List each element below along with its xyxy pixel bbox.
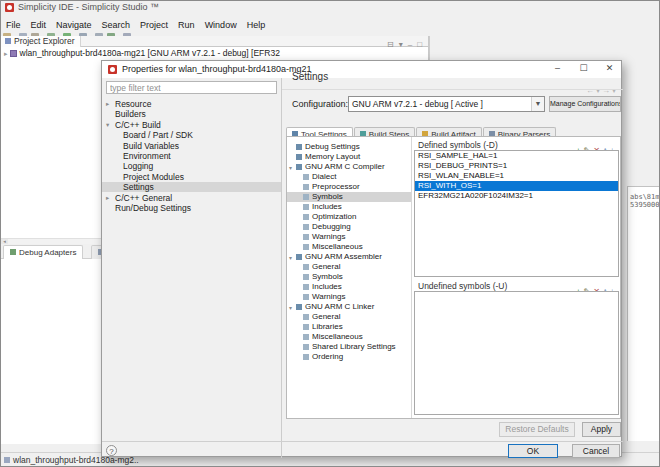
configuration-select[interactable]: GNU ARM v7.2.1 - debug [ Active ]▼: [348, 96, 545, 112]
manage-configurations-button[interactable]: Manage Configurations...: [549, 96, 621, 112]
expand-icon[interactable]: ▸: [106, 193, 109, 203]
tool-tree-item-gnu-arm-c-compiler[interactable]: ▾GNU ARM C Compiler: [287, 162, 411, 172]
expander-icon[interactable]: ▸: [4, 50, 8, 57]
console-text-line: abs\81m: [628, 193, 660, 201]
project-tree-item[interactable]: ▸wlan_throughput-brd4180a-mg21 [GNU ARM …: [1, 48, 428, 59]
collapse-icon[interactable]: ▾: [106, 120, 109, 130]
configuration-value: GNU ARM v7.2.1 - debug [ Active ]: [352, 99, 483, 109]
nav-item-run-debug-settings[interactable]: Run/Debug Settings: [102, 203, 281, 213]
nav-item-c-c-general[interactable]: ▸C/C++ General: [102, 193, 281, 203]
footer-divider: [102, 441, 623, 442]
restore-defaults-button[interactable]: Restore Defaults: [499, 422, 575, 437]
tool-tree-item-general[interactable]: General: [287, 262, 411, 272]
tool-tree-item-gnu-arm-c-linker[interactable]: ▾GNU ARM C Linker: [287, 302, 411, 312]
symbol-entry[interactable]: RSI_DEBUG_PRINTS=1: [415, 161, 618, 171]
tool-tree-item-warnings[interactable]: Warnings: [287, 232, 411, 242]
nav-item-logging[interactable]: Logging: [102, 161, 281, 171]
tool-tree-item-shared-library-settings[interactable]: Shared Library Settings: [287, 342, 411, 352]
help-button[interactable]: ?: [106, 445, 117, 456]
tool-tree-item-dialect[interactable]: Dialect: [287, 172, 411, 182]
close-button[interactable]: ✕: [601, 61, 618, 77]
symbol-entry[interactable]: RSI_WITH_OS=1: [415, 181, 618, 191]
maximize-button[interactable]: ☐: [575, 61, 592, 77]
nav-item-label: Logging: [102, 161, 153, 171]
tool-tree-item-debugging[interactable]: Debugging: [287, 222, 411, 232]
tool-tree-item-preprocessor[interactable]: Preprocessor: [287, 182, 411, 192]
back-menu-icon[interactable]: ▾: [596, 86, 600, 95]
screenshot-root: Simplicity IDE - Simplicity Studio ™ Fil…: [0, 0, 660, 467]
tool-tree-label: GNU ARM C Linker: [305, 302, 374, 311]
tool-tree-label: Debug Settings: [305, 142, 360, 151]
tool-tree-label: Preprocessor: [312, 182, 360, 191]
tab-project-explorer[interactable]: Project Explorer: [1, 36, 81, 47]
tool-tree-item-debug-settings[interactable]: Debug Settings: [287, 142, 411, 152]
forward-menu-icon[interactable]: ▾: [612, 86, 616, 95]
undefined-symbols-toolbar: +✎✕↑↓: [573, 280, 614, 289]
tool-tree-item-symbols[interactable]: Symbols: [287, 192, 411, 202]
window-title: Simplicity IDE - Simplicity Studio ™: [18, 2, 159, 12]
tool-tree-item-includes[interactable]: Includes: [287, 202, 411, 212]
setting-icon: [303, 274, 309, 280]
symbol-entry[interactable]: RSI_WLAN_ENABLE=1: [415, 171, 618, 181]
settings-tab-strip: Tool SettingsBuild StepsBuild ArtifactBi…: [286, 123, 621, 137]
nav-item-c-c-build[interactable]: ▾C/C++ Build: [102, 120, 281, 130]
tool-tree-item-miscellaneous[interactable]: Miscellaneous: [287, 332, 411, 342]
tool-tree-item-general[interactable]: General: [287, 312, 411, 322]
tool-tree-item-warnings[interactable]: Warnings: [287, 292, 411, 302]
debug-adapters-icon: [10, 249, 16, 255]
nav-item-build-variables[interactable]: Build Variables: [102, 141, 281, 151]
configuration-label: Configuration:: [292, 99, 348, 109]
category-icon: [296, 144, 302, 150]
cancel-button[interactable]: Cancel: [572, 444, 620, 458]
tool-tree-label: Shared Library Settings: [312, 342, 396, 351]
tool-tree-label: Includes: [312, 282, 342, 291]
tool-tree-item-symbols[interactable]: Symbols: [287, 272, 411, 282]
tool-tree-item-ordering[interactable]: Ordering: [287, 352, 411, 362]
nav-item-resource[interactable]: ▸Resource: [102, 99, 281, 109]
expand-icon[interactable]: ▸: [106, 99, 109, 109]
nav-item-label: C/C++ General: [102, 193, 172, 203]
tool-settings-content: Debug SettingsMemory Layout▾GNU ARM C Co…: [286, 136, 621, 419]
setting-icon: [303, 214, 309, 220]
forward-icon[interactable]: →: [602, 86, 610, 95]
nav-item-board-part-sdk[interactable]: Board / Part / SDK: [102, 130, 281, 140]
tool-tree-item-memory-layout[interactable]: Memory Layout: [287, 152, 411, 162]
tool-tree-item-gnu-arm-assembler[interactable]: ▾GNU ARM Assembler: [287, 252, 411, 262]
symbol-entry[interactable]: RSI_SAMPLE_HAL=1: [415, 151, 618, 161]
defined-symbols-list[interactable]: RSI_SAMPLE_HAL=1RSI_DEBUG_PRINTS=1RSI_WL…: [414, 150, 619, 277]
tool-tree-label: Includes: [312, 202, 342, 211]
category-icon: [296, 254, 302, 260]
nav-item-environment[interactable]: Environment: [102, 151, 281, 161]
setting-icon: [303, 244, 309, 250]
nav-item-project-modules[interactable]: Project Modules: [102, 172, 281, 182]
pane-divider: [281, 78, 282, 458]
minimize-button[interactable]: –: [549, 61, 566, 77]
setting-icon: [303, 284, 309, 290]
filter-input[interactable]: [106, 81, 277, 94]
tool-tree-label: Ordering: [312, 352, 343, 361]
tool-tree-label: Memory Layout: [305, 152, 360, 161]
tool-tree-label: Warnings: [312, 232, 346, 241]
tool-tree-item-miscellaneous[interactable]: Miscellaneous: [287, 242, 411, 252]
tool-tree-label: Dialect: [312, 172, 336, 181]
setting-icon: [303, 324, 309, 330]
chevron-down-icon[interactable]: ▼: [531, 97, 544, 111]
setting-icon: [303, 334, 309, 340]
nav-item-label: Board / Part / SDK: [102, 130, 193, 140]
symbol-entry[interactable]: EFR32MG21A020F1024IM32=1: [415, 191, 618, 201]
apply-button[interactable]: Apply: [582, 422, 621, 437]
tool-tree-item-optimization[interactable]: Optimization: [287, 212, 411, 222]
tool-tree-item-libraries[interactable]: Libraries: [287, 322, 411, 332]
tab-debug-adapters[interactable]: Debug Adapters: [3, 245, 83, 259]
tool-tree-label: Miscellaneous: [312, 332, 363, 341]
back-icon[interactable]: ←: [586, 86, 594, 95]
project-item-label: wlan_throughput-brd4180a-mg21 [GNU ARM v…: [20, 48, 280, 58]
tool-tree-item-includes[interactable]: Includes: [287, 282, 411, 292]
tool-tree-label: GNU ARM C Compiler: [305, 162, 385, 171]
ok-button[interactable]: OK: [508, 444, 558, 458]
nav-item-settings[interactable]: Settings: [102, 182, 281, 192]
nav-item-builders[interactable]: Builders: [102, 109, 281, 119]
tool-tree-label: General: [312, 262, 340, 271]
undefined-symbols-list[interactable]: [414, 291, 619, 415]
setting-icon: [303, 294, 309, 300]
